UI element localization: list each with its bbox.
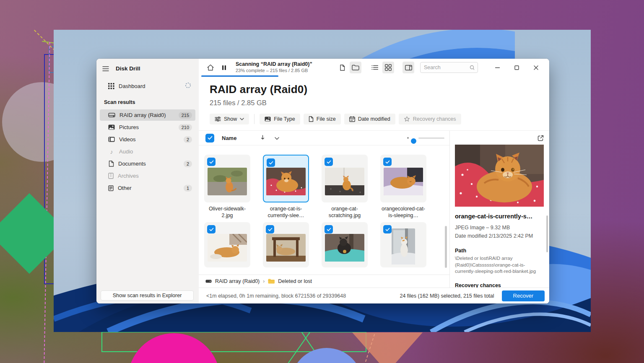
home-button[interactable] [205,62,216,73]
hamburger-menu-button[interactable] [102,66,109,72]
preview-panel-icon [405,65,412,70]
sidebar-item-label: Other [118,185,132,191]
file-checkbox[interactable] [325,158,333,166]
breadcrumb-separator: › [263,278,265,284]
grid-names-row: Oliver-sidewalk-2.jpg orange-cat-is-curr… [204,205,449,219]
thumbnail-image [392,228,415,264]
show-filter-button[interactable]: Show [210,114,249,124]
file-name[interactable]: Oliver-sidewalk-2.jpg [204,205,250,219]
scan-title: Scanning “RAID array (Raid0)” [236,61,312,68]
external-link-icon [538,135,544,141]
folder-yellow-icon [268,279,275,284]
count-badge: 1 [184,185,192,192]
new-session-button[interactable] [336,62,348,73]
sidebar-item-label: Pictures [119,124,139,130]
file-checkbox[interactable] [267,158,275,167]
selection-summary: 24 files (162 MB) selected, 215 files to… [400,293,494,299]
file-card-orange-cat-scratching[interactable] [322,155,368,202]
file-card[interactable] [380,222,426,267]
grid-view-button[interactable] [382,62,394,73]
breadcrumb-root[interactable]: RAID array (Raid0) [215,278,260,284]
select-all-checkbox[interactable] [205,134,214,143]
recovery-chances-filter-button[interactable]: Recovery chances [399,114,461,124]
page-header: RAID array (Raid0) 215 files / 2.85 GB S… [199,76,549,130]
breadcrumb: RAID array (Raid0) › Deleted or lost [199,275,449,288]
sidebar-item-label: Dashboard [119,83,145,89]
sort-direction-button[interactable] [261,135,265,141]
sidebar-item-raid-array[interactable]: RAID array (Raid0) 215 [100,109,195,121]
count-badge: 2 [184,136,192,143]
preview-date-modified: Date modified 2/13/2025 2:42 PM [455,232,545,240]
scan-progress-bar [201,75,278,77]
sort-menu-button[interactable] [275,135,279,141]
preview-panel-button[interactable] [402,62,414,73]
sidebar-item-archives[interactable]: Archives [100,170,195,182]
spinner-icon [185,82,191,90]
file-card[interactable] [263,222,309,267]
thumbnail-image [325,168,364,195]
list-view-button[interactable] [369,62,381,73]
open-preview-button[interactable] [538,135,544,141]
page-subtitle: 215 files / 2.85 GB [210,99,538,107]
sidebar-item-dashboard[interactable]: Dashboard [100,79,195,93]
pictures-icon [108,124,115,130]
sidebar-section-label: Scan results [96,93,199,109]
file-name[interactable]: orange-cat-is-currently-slee… [263,205,309,219]
file-name[interactable]: orange-cat-scratching.jpg [322,205,368,219]
slider-thumb[interactable] [411,138,416,144]
file-checkbox[interactable] [266,225,274,233]
file-size-icon [309,116,314,122]
page-title: RAID array (Raid0) [210,83,538,96]
sidebar-item-audio[interactable]: ♪ Audio [100,146,195,157]
pause-icon [222,65,226,70]
pause-scan-button[interactable] [218,62,230,73]
file-checkbox[interactable] [383,225,392,233]
show-filter-label: Show [224,116,237,122]
sidebar-item-other[interactable]: Other 1 [100,182,195,194]
file-card[interactable] [322,222,368,267]
count-badge: 2 [184,161,192,167]
recover-button[interactable]: Recover [502,290,545,301]
documents-icon [108,161,114,167]
file-card[interactable] [204,222,250,267]
sort-field-label[interactable]: Name [222,135,236,141]
search-input[interactable] [424,65,467,70]
file-size-filter-button[interactable]: File size [304,114,341,124]
status-bar: <1m elapsed, 0h 1m remaining, block 6721… [199,288,549,303]
sidebar-item-label: Videos [119,136,136,143]
file-checkbox[interactable] [207,225,216,233]
sidebar-item-documents[interactable]: Documents 2 [100,158,195,169]
sidebar-item-label: RAID array (Raid0) [119,112,166,118]
scan-progress-text: <1m elapsed, 0h 1m remaining, block 6721… [206,293,346,299]
thumbnail-image [266,234,306,262]
file-checkbox[interactable] [207,158,216,166]
close-button[interactable] [530,62,542,73]
maximize-button[interactable] [511,62,522,73]
file-checkbox[interactable] [325,225,333,233]
file-type-filter-button[interactable]: File Type [260,114,300,124]
drive-icon [108,112,115,118]
scan-toolbar: Scanning “RAID array (Raid0)” 23% comple… [199,59,549,76]
thumbnail-image [208,234,247,262]
file-card-oliver-sidewalk[interactable] [204,155,250,202]
star-icon [404,116,410,122]
minimize-button[interactable] [491,62,503,73]
file-checkbox[interactable] [383,158,392,166]
breadcrumb-folder[interactable]: Deleted or lost [278,278,312,284]
open-folder-button[interactable] [350,62,361,73]
show-in-explorer-button[interactable]: Show scan results in Explorer [101,290,194,301]
thumbnail-size-slider[interactable] [407,132,444,144]
preview-image [455,145,544,207]
preview-scrollbar[interactable] [546,215,548,252]
slider-track[interactable] [418,137,444,139]
preview-file-meta: JPEG Image – 9.32 MB Date modified 2/13/… [455,223,545,240]
file-card-orangecolored-cat[interactable] [380,155,426,202]
sidebar-item-videos[interactable]: Videos 2 [100,134,195,145]
disk-drill-window: Disk Drill Dashboard Scan results RAID a… [96,59,549,303]
file-card-orange-cat-sleeping[interactable] [263,155,309,202]
grid-scrollbar[interactable] [445,226,447,268]
file-name[interactable]: orangecolored-cat-is-sleeping… [380,205,426,219]
sidebar-item-pictures[interactable]: Pictures 210 [100,122,195,133]
date-modified-filter-button[interactable]: Date modified [344,114,395,124]
thumbnail-image [208,168,247,195]
